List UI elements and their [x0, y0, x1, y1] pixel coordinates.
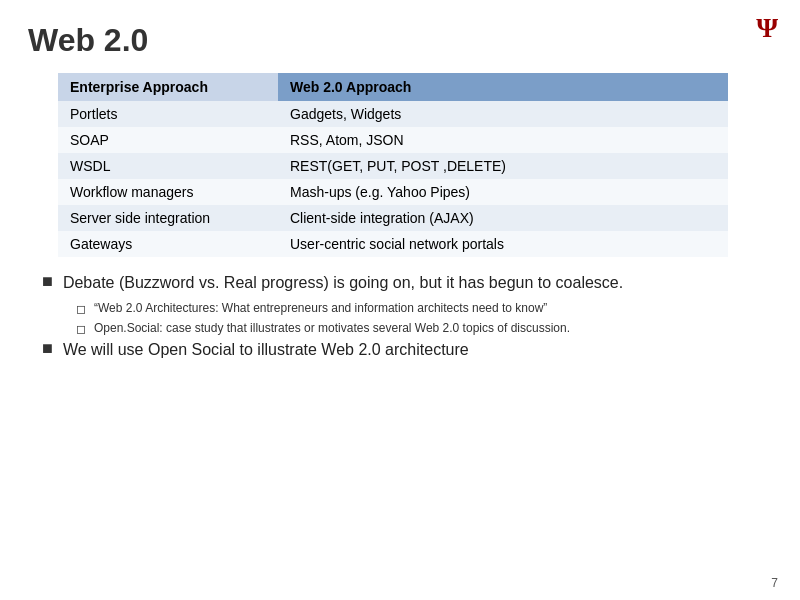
- bullet-text: We will use Open Social to illustrate We…: [63, 340, 469, 361]
- table-row: SOAPRSS, Atom, JSON: [58, 127, 728, 153]
- bullet-text: Debate (Buzzword vs. Real progress) is g…: [63, 273, 623, 294]
- iu-logo: Ψ: [756, 12, 778, 44]
- sub-bullet-text: Open.Social: case study that illustrates…: [94, 320, 570, 337]
- bullet-section: ■Debate (Buzzword vs. Real progress) is …: [42, 273, 772, 361]
- table-cell-web20: RSS, Atom, JSON: [278, 127, 728, 153]
- bullet-item: ■We will use Open Social to illustrate W…: [42, 340, 772, 361]
- sub-bullet-dot-icon: ◻: [76, 302, 86, 316]
- table-row: Workflow managersMash-ups (e.g. Yahoo Pi…: [58, 179, 728, 205]
- page-number: 7: [771, 576, 778, 590]
- table-cell-web20: Client-side integration (AJAX): [278, 205, 728, 231]
- table-row: WSDLREST(GET, PUT, POST ,DELETE): [58, 153, 728, 179]
- table-header-enterprise: Enterprise Approach: [58, 73, 278, 101]
- table-row: Server side integrationClient-side integ…: [58, 205, 728, 231]
- sub-bullet-dot-icon: ◻: [76, 322, 86, 336]
- page-container: Ψ Web 2.0 Enterprise Approach Web 2.0 Ap…: [0, 0, 800, 600]
- bullet-item: ■Debate (Buzzword vs. Real progress) is …: [42, 273, 772, 294]
- table-cell-web20: Gadgets, Widgets: [278, 101, 728, 127]
- table-cell-web20: User-centric social network portals: [278, 231, 728, 257]
- table-cell-enterprise: SOAP: [58, 127, 278, 153]
- table-row: PortletsGadgets, Widgets: [58, 101, 728, 127]
- table-cell-enterprise: Workflow managers: [58, 179, 278, 205]
- sub-bullet-item: ◻“Web 2.0 Architectures: What entreprene…: [76, 300, 772, 317]
- sub-bullets: ◻“Web 2.0 Architectures: What entreprene…: [76, 300, 772, 337]
- bullet-dot-icon: ■: [42, 338, 53, 359]
- table-row: GatewaysUser-centric social network port…: [58, 231, 728, 257]
- table-cell-enterprise: Gateways: [58, 231, 278, 257]
- table-header-web20: Web 2.0 Approach: [278, 73, 728, 101]
- comparison-table: Enterprise Approach Web 2.0 Approach Por…: [58, 73, 728, 257]
- table-cell-web20: Mash-ups (e.g. Yahoo Pipes): [278, 179, 728, 205]
- bullet-dot-icon: ■: [42, 271, 53, 292]
- sub-bullet-text: “Web 2.0 Architectures: What entrepreneu…: [94, 300, 547, 317]
- table-cell-enterprise: Portlets: [58, 101, 278, 127]
- table-cell-enterprise: Server side integration: [58, 205, 278, 231]
- page-title: Web 2.0: [28, 22, 772, 59]
- table-cell-enterprise: WSDL: [58, 153, 278, 179]
- table-cell-web20: REST(GET, PUT, POST ,DELETE): [278, 153, 728, 179]
- sub-bullet-item: ◻Open.Social: case study that illustrate…: [76, 320, 772, 337]
